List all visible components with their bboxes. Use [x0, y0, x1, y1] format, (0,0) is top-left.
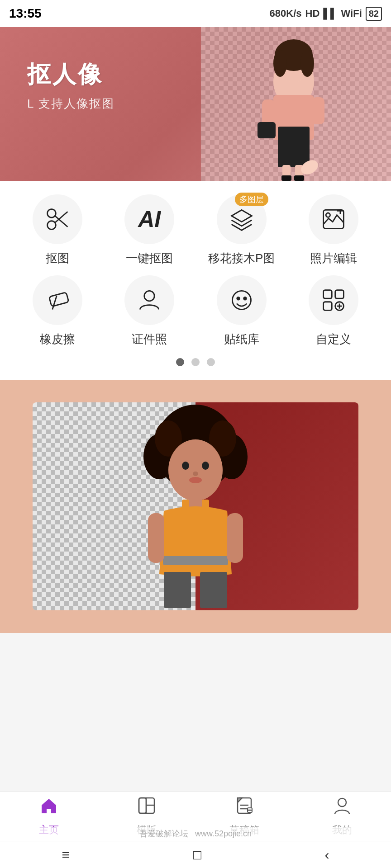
svg-rect-12 [257, 122, 276, 138]
svg-point-43 [202, 462, 209, 470]
home-bar: ≡ □ ‹ [0, 841, 391, 868]
svg-point-63 [338, 798, 346, 807]
mine-icon [333, 796, 352, 820]
tool-eraser-label: 橡皮擦 [40, 331, 75, 347]
tools-section: 抠图 AI 一键抠图 多图层 移花接木P图 [0, 181, 391, 380]
home-icon [39, 796, 58, 820]
tool-ai-cutout-icon-wrap: AI [124, 194, 174, 244]
hero-banner[interactable]: 抠人像 支持人像抠图 [0, 27, 391, 181]
tool-ai-cutout-label: 一键抠图 [126, 250, 173, 266]
tool-stickers-icon-wrap [217, 275, 267, 325]
tool-custom[interactable]: 自定义 [290, 275, 378, 347]
svg-point-16 [47, 209, 56, 218]
svg-point-29 [243, 297, 246, 300]
page-dots [9, 347, 382, 375]
tool-custom-icon-wrap [309, 275, 358, 325]
svg-rect-30 [324, 290, 332, 299]
tool-cutout[interactable]: 抠图 [14, 194, 101, 266]
status-center: 680K/s HD ▌▌ WiFi 82 [270, 7, 382, 21]
tool-merge-label: 移花接木P图 [208, 250, 275, 266]
svg-rect-51 [227, 513, 243, 563]
svg-point-45 [189, 477, 202, 483]
svg-point-41 [168, 439, 223, 501]
svg-line-25 [52, 296, 57, 310]
menu-button[interactable]: ≡ [62, 847, 70, 863]
eraser-icon [45, 288, 70, 313]
svg-rect-55 [139, 798, 146, 813]
layers-icon [229, 207, 254, 232]
tool-cutout-label: 抠图 [46, 250, 69, 266]
svg-point-23 [326, 213, 330, 217]
tool-edit-label: 照片编辑 [310, 250, 357, 266]
scissors-icon [45, 207, 70, 232]
hero-subtitle: 支持人像抠图 [27, 96, 114, 112]
status-time: 13:55 [9, 6, 42, 21]
second-banner-inner [33, 402, 358, 610]
signal-icon: ▌▌ [323, 8, 337, 19]
dot-1[interactable] [176, 358, 184, 366]
custom-icon [321, 288, 346, 313]
svg-rect-52 [164, 572, 191, 608]
svg-point-28 [237, 297, 239, 300]
tools-grid: 抠图 AI 一键抠图 多图层 移花接木P图 [9, 194, 382, 347]
svg-point-4 [300, 50, 314, 77]
tool-merge[interactable]: 多图层 移花接木P图 [198, 194, 286, 266]
footer-watermark: 吾爱破解论坛 www.52pojie.cn [0, 827, 391, 840]
svg-point-26 [144, 291, 154, 301]
svg-marker-19 [231, 210, 252, 222]
svg-rect-47 [182, 500, 189, 513]
second-banner[interactable] [0, 380, 391, 633]
svg-rect-50 [148, 513, 164, 563]
svg-point-42 [182, 462, 189, 470]
tool-edit-icon-wrap [309, 194, 358, 244]
tool-stickers-label: 贴纸库 [224, 331, 259, 347]
svg-rect-24 [49, 292, 69, 307]
svg-rect-31 [335, 290, 344, 299]
hd-badge: HD [305, 8, 320, 19]
svg-rect-10 [294, 175, 304, 181]
svg-rect-9 [281, 175, 291, 181]
dot-3[interactable] [207, 358, 215, 366]
svg-point-44 [193, 472, 198, 476]
tool-custom-label: 自定义 [316, 331, 351, 347]
wifi-icon: WiFi [341, 8, 362, 19]
edit-photo-icon [321, 207, 346, 232]
home-button[interactable]: □ [193, 847, 201, 863]
tool-ai-cutout[interactable]: AI 一键抠图 [106, 194, 194, 266]
dot-2[interactable] [191, 358, 200, 366]
svg-point-3 [273, 50, 287, 77]
back-button[interactable]: ‹ [325, 847, 329, 863]
hero-person-illustration [215, 36, 373, 181]
svg-rect-6 [278, 127, 310, 167]
ai-text-icon: AI [138, 206, 161, 232]
template-icon [137, 796, 156, 820]
svg-rect-48 [202, 500, 209, 513]
draft-icon [235, 796, 254, 820]
svg-rect-32 [324, 302, 332, 311]
svg-point-15 [47, 221, 56, 230]
tool-merge-icon-wrap: 多图层 [217, 194, 267, 244]
svg-rect-49 [163, 556, 228, 565]
hero-title: 抠人像 [27, 59, 114, 90]
tool-id-photo-label: 证件照 [132, 331, 167, 347]
speed-indicator: 680K/s [270, 8, 302, 19]
tool-eraser[interactable]: 橡皮擦 [14, 275, 101, 347]
multi-layer-badge: 多图层 [235, 193, 268, 206]
svg-rect-13 [312, 97, 324, 124]
tool-stickers[interactable]: 贴纸库 [198, 275, 286, 347]
tool-id-photo[interactable]: 证件照 [106, 275, 194, 347]
nav-spacer [0, 633, 391, 710]
battery-indicator: 82 [366, 7, 382, 21]
tool-cutout-icon-wrap [33, 194, 82, 244]
tool-edit[interactable]: 照片编辑 [290, 194, 378, 266]
svg-rect-53 [200, 572, 227, 608]
person-icon [137, 288, 162, 313]
tool-id-photo-icon-wrap [124, 275, 174, 325]
status-bar: 13:55 680K/s HD ▌▌ WiFi 82 [0, 0, 391, 27]
tool-eraser-icon-wrap [33, 275, 82, 325]
hero-text-block: 抠人像 支持人像抠图 [27, 59, 114, 112]
second-person-illustration [123, 402, 268, 610]
sticker-icon [229, 288, 254, 313]
